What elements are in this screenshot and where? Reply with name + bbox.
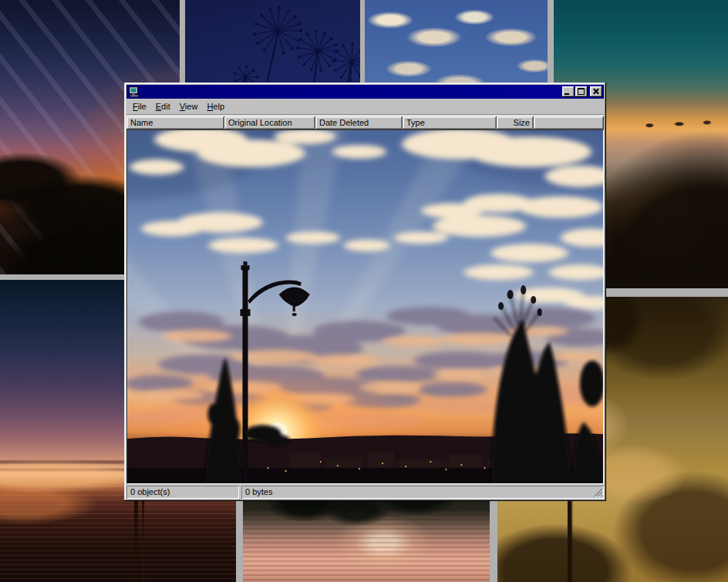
pole-silhouette [142, 497, 144, 582]
menu-view[interactable]: View [175, 100, 203, 113]
menu-file[interactable]: File [128, 100, 151, 113]
close-button[interactable] [590, 86, 602, 97]
title-bar[interactable] [126, 85, 604, 99]
column-header-filler [534, 116, 604, 130]
menu-help[interactable]: Help [202, 100, 229, 113]
computer-icon [129, 86, 140, 97]
column-header-name[interactable]: Name [126, 116, 224, 130]
menu-edit[interactable]: Edit [151, 100, 175, 113]
minimize-icon [565, 93, 569, 95]
column-header-original-location[interactable]: Original Location [224, 116, 315, 130]
minimize-button[interactable] [562, 86, 575, 97]
pole-silhouette [134, 489, 138, 582]
status-bar: 0 object(s) 0 bytes [126, 486, 604, 499]
menu-divider [126, 114, 604, 116]
maximize-button[interactable] [575, 86, 588, 97]
column-header-type[interactable]: Type [403, 116, 497, 130]
column-headers: Name Original Location Date Deleted Type… [126, 116, 604, 130]
maximize-icon [578, 88, 585, 95]
sunset-streetlamp-photo [127, 130, 603, 483]
status-size: 0 bytes [241, 486, 604, 499]
file-list-area[interactable] [126, 130, 604, 484]
column-header-size[interactable]: Size [497, 116, 534, 130]
recycle-bin-window: File Edit View Help Name Original Locati… [124, 82, 606, 501]
column-header-date-deleted[interactable]: Date Deleted [315, 116, 403, 130]
resize-grip[interactable] [593, 487, 603, 497]
status-object-count: 0 object(s) [126, 486, 239, 499]
menu-bar: File Edit View Help [126, 99, 604, 114]
desktop: File Edit View Help Name Original Locati… [0, 0, 728, 582]
